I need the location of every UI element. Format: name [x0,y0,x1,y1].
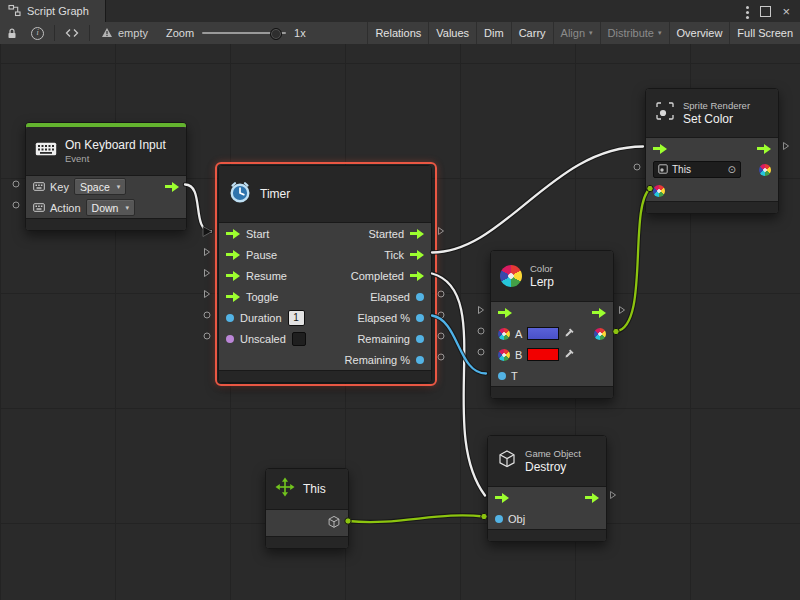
warning-icon [101,27,113,40]
window-maximize-icon[interactable] [760,6,771,17]
eyedropper-icon[interactable] [564,348,575,361]
timer-remaining-port[interactable] [416,335,424,343]
keyboard-action-outer-port[interactable] [12,201,20,209]
tab-title: Script Graph [27,5,89,17]
node-footer [491,386,613,398]
timer-duration-label: Duration [240,312,282,324]
tab-script-graph[interactable]: Script Graph [0,0,106,22]
lerp-result-port-icon[interactable] [594,328,606,340]
setcolor-output-port-icon[interactable] [759,164,771,176]
setcolor-flow-in-port[interactable] [653,144,667,154]
setcolor-flow-out-outer-port[interactable] [782,141,790,151]
window-close-icon[interactable]: × [782,4,790,19]
lock-icon[interactable] [0,22,24,44]
lerp-flow-in-outer-port[interactable] [477,305,485,315]
node-timer[interactable]: Timer StartStarted PauseTick ResumeCompl… [218,165,432,383]
node-game-object-destroy[interactable]: Game ObjectDestroy Obj [487,435,607,542]
keyboard-key-outer-port[interactable] [12,180,20,188]
node-this[interactable]: This [265,468,349,549]
key-port-icon[interactable] [33,181,45,193]
timer-elapsed-outer-port[interactable] [437,290,445,298]
timer-elapsed-pct-port[interactable] [416,314,424,322]
action-dropdown[interactable]: Down▾ [86,199,135,216]
destroy-obj-port[interactable] [495,515,503,523]
timer-started-outer-port[interactable] [437,226,445,236]
node-header[interactable]: ColorLerp [491,251,613,302]
dim-button[interactable]: Dim [476,22,511,44]
node-header[interactable]: Sprite RendererSet Color [646,89,778,138]
action-port-icon[interactable] [33,202,45,214]
eyedropper-icon[interactable] [564,327,575,340]
lerp-flow-out-port[interactable] [592,308,606,318]
lerp-b-outer-port[interactable] [477,348,485,356]
key-dropdown[interactable]: Space▾ [74,178,126,195]
destroy-flow-row [488,487,606,508]
overview-button[interactable]: Overview [669,22,730,44]
timer-unscaled-port[interactable] [226,335,234,343]
target-object-field[interactable]: This ⊙ [653,161,741,178]
carry-button[interactable]: Carry [511,22,553,44]
destroy-flow-out-outer-port[interactable] [609,490,617,500]
lerp-b-port-icon[interactable] [498,349,510,361]
event-flow-out-port[interactable] [165,182,179,192]
zoom-slider-handle[interactable] [270,28,282,40]
zoom-slider[interactable] [202,32,286,34]
node-header[interactable]: Game ObjectDestroy [488,436,606,487]
setcolor-color-in-port-icon[interactable] [653,185,665,197]
color-swatch-b[interactable] [527,348,559,361]
object-picker-icon[interactable]: ⊙ [728,164,736,175]
timer-resume-port[interactable] [226,271,240,281]
sprite-renderer-small-icon [658,164,668,176]
this-output-row [266,510,348,536]
timer-remaining-pct-port[interactable] [416,356,424,364]
destroy-flow-out-port[interactable] [585,493,599,503]
collapse-chevrons-icon[interactable] [58,22,86,44]
timer-pause-outer-port[interactable] [203,247,211,257]
timer-resume-outer-port[interactable] [203,268,211,278]
window-menu-icon[interactable] [746,5,749,18]
setcolor-target-outer-port[interactable] [633,163,641,171]
lerp-flow-in-port[interactable] [498,308,512,318]
info-icon[interactable]: i [24,22,51,44]
lerp-flow-out-outer-port[interactable] [618,305,626,315]
timer-started-port[interactable] [410,229,424,239]
timer-duration-port[interactable] [226,314,234,322]
node-footer [26,218,186,230]
values-button[interactable]: Values [428,22,476,44]
timer-tick-port[interactable] [410,250,424,260]
lerp-a-outer-port[interactable] [477,327,485,335]
duration-input[interactable]: 1 [288,310,305,326]
node-header[interactable]: This [266,469,348,510]
timer-toggle-port[interactable] [226,292,240,302]
unscaled-checkbox[interactable] [292,332,306,346]
lerp-t-port[interactable] [498,372,506,380]
timer-unscaled-outer-port[interactable] [203,332,211,340]
timer-elapsed-pct-outer-port[interactable] [437,311,445,319]
timer-remaining-outer-port[interactable] [437,332,445,340]
destroy-flow-in-port[interactable] [495,493,509,503]
color-swatch-a[interactable] [527,327,559,340]
node-header[interactable]: On Keyboard InputEvent [26,127,186,176]
distribute-dropdown[interactable]: Distribute▾ [600,22,669,44]
node-sprite-renderer-set-color[interactable]: Sprite RendererSet Color This ⊙ [645,88,779,214]
lerp-a-port-icon[interactable] [498,328,510,340]
setcolor-flow-out-port[interactable] [757,144,771,154]
full-screen-button[interactable]: Full Screen [729,22,800,44]
relations-button[interactable]: Relations [367,22,428,44]
timer-elapsed-port[interactable] [416,293,424,301]
timer-pause-port[interactable] [226,250,240,260]
node-on-keyboard-input[interactable]: On Keyboard InputEvent Key Space▾ Action… [25,122,187,231]
align-dropdown[interactable]: Align▾ [553,22,600,44]
node-header[interactable]: Timer [219,166,431,223]
timer-remaining-pct-outer-port[interactable] [437,353,445,361]
graph-canvas[interactable]: On Keyboard InputEvent Key Space▾ Action… [0,44,800,600]
timer-start-port[interactable] [226,229,240,239]
timer-duration-outer-port[interactable] [203,311,211,319]
timer-start-label: Start [246,228,269,240]
node-color-lerp[interactable]: ColorLerp A B T [490,250,614,399]
timer-completed-port[interactable] [410,271,424,281]
game-object-cube-icon[interactable] [327,515,341,531]
action-port-row: Action Down▾ [26,197,186,218]
timer-toggle-outer-port[interactable] [203,289,211,299]
setcolor-target-row: This ⊙ [646,159,778,180]
